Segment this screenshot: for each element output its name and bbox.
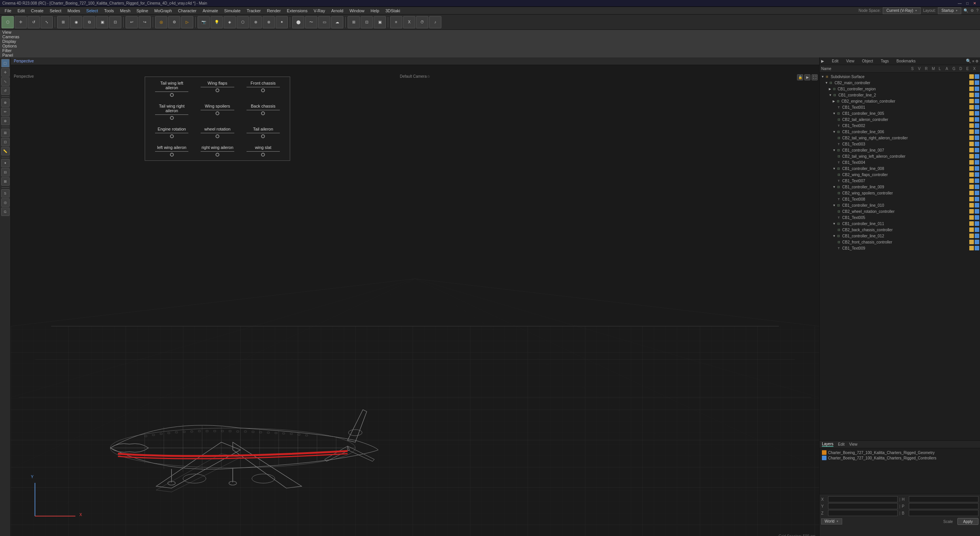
- sculpt-tool[interactable]: ◎: [1, 198, 10, 207]
- tree-item-tail-aileron-ctrl[interactable]: ⊡ CB2_tail_aileron_controller: [820, 116, 980, 123]
- polygon-button[interactable]: ⬡: [237, 16, 249, 28]
- x-input[interactable]: [828, 496, 898, 502]
- tree-item-text009[interactable]: T CB1_Text009: [820, 245, 980, 251]
- uv-mode-button[interactable]: ⊡: [109, 16, 121, 28]
- menu-mesh[interactable]: Mesh: [117, 7, 134, 15]
- tree-item-text003[interactable]: T CB1_Text003: [820, 141, 980, 147]
- rph-object[interactable]: Object: [862, 59, 873, 63]
- close-button[interactable]: ✕: [973, 1, 976, 5]
- tree-item-text007[interactable]: T CB1_Text007: [820, 178, 980, 184]
- edge-mode-button[interactable]: ⧉: [83, 16, 95, 28]
- scale-tool-button[interactable]: ⤡: [41, 16, 53, 28]
- display-menu[interactable]: Display: [0, 39, 980, 44]
- rph-edit[interactable]: Edit: [832, 59, 838, 63]
- paint-tool[interactable]: ✏: [1, 108, 10, 116]
- filter-menu[interactable]: Filter: [0, 48, 980, 53]
- menu-edit[interactable]: Edit: [15, 7, 28, 15]
- anim-mixer-button[interactable]: ♪: [429, 16, 441, 28]
- tree-item-ctrl-line005[interactable]: ▼ ⊡ CB1_controller_line_005: [820, 110, 980, 116]
- tree-vis-20[interactable]: [975, 197, 979, 201]
- maximize-button[interactable]: □: [966, 1, 969, 5]
- tree-vis-17[interactable]: [975, 178, 979, 183]
- tree-item-text004[interactable]: T CB1_Text004: [820, 159, 980, 165]
- tree-item-ctrl-line012[interactable]: ▼ ⊡ CB1_controller_line_012: [820, 233, 980, 239]
- timeline-button[interactable]: ⏱: [416, 16, 428, 28]
- select-all-button[interactable]: ⊞: [348, 16, 360, 28]
- tree-vis-8[interactable]: [975, 123, 979, 128]
- tree-vis-12[interactable]: [975, 148, 979, 152]
- move-tool-button[interactable]: ✛: [15, 16, 27, 28]
- tree-item-back-chassis-ctrl[interactable]: ⊡ CB2_back_chassis_controller: [820, 227, 980, 233]
- world-dropdown[interactable]: World: [821, 518, 842, 525]
- tree-vis-14[interactable]: [975, 160, 979, 165]
- tree-item-ctrl-line007[interactable]: ▼ ⊡ CB1_controller_line_007: [820, 147, 980, 153]
- bridge-tool[interactable]: ⊟: [1, 168, 10, 176]
- search-icon[interactable]: 🔍: [964, 8, 968, 13]
- menu-character[interactable]: Character: [175, 7, 199, 15]
- tree-vis-1[interactable]: [975, 80, 979, 85]
- tree-item-engine-rotation-ctrl[interactable]: ▶ ⊡ CB2_engine_rotation_controller: [820, 98, 980, 104]
- move-tool[interactable]: ✛: [1, 68, 10, 77]
- rect-select-button[interactable]: ▣: [374, 16, 386, 28]
- menu-mograph[interactable]: MoGraph: [151, 7, 175, 15]
- layer-controllers[interactable]: Charter_Boeing_727_100_Kalitta_Charters_…: [821, 455, 978, 461]
- tree-vis-3[interactable]: [975, 93, 979, 97]
- menu-file[interactable]: File: [2, 7, 15, 15]
- viewport-fullscreen-icon[interactable]: ⛶: [812, 74, 818, 80]
- magnet-tool[interactable]: ⊕: [1, 117, 10, 125]
- polygon-mode-button[interactable]: ▣: [96, 16, 108, 28]
- tree-item-ctrl-line006[interactable]: ▼ ⊡ CB1_controller_line_006: [820, 129, 980, 135]
- cameras-menu[interactable]: Cameras: [0, 34, 980, 39]
- node-space-dropdown[interactable]: Current (V-Ray): [883, 7, 921, 14]
- apply-button[interactable]: Apply: [957, 518, 978, 525]
- viewport-render-icon[interactable]: ▶: [804, 74, 810, 80]
- menu-create[interactable]: Create: [28, 7, 47, 15]
- rph-view[interactable]: View: [846, 59, 854, 63]
- tree-vis-25[interactable]: [975, 227, 979, 232]
- tree-item-ctrl-region[interactable]: ▶ ⊡ CB1_controller_region: [820, 86, 980, 92]
- h-input[interactable]: [909, 496, 978, 502]
- tree-item-tail-wing-right-ctrl[interactable]: ⊡ CB2_tail_wing_right_aileron_controller: [820, 135, 980, 141]
- menu-arnold[interactable]: Arnold: [328, 7, 346, 15]
- loop-sel[interactable]: ⊠: [1, 177, 10, 186]
- undo-button[interactable]: ↩: [126, 16, 138, 28]
- tree-vis-11[interactable]: [975, 142, 979, 146]
- rotate-tool-button[interactable]: ↺: [28, 16, 40, 28]
- tree-item-text001[interactable]: T CB1_Text001: [820, 104, 980, 110]
- tree-vis-15[interactable]: [975, 166, 979, 171]
- tree-vis-24[interactable]: [975, 221, 979, 226]
- menu-render[interactable]: Render: [264, 7, 284, 15]
- tree-item-subdivision[interactable]: ▼ ⊞ Subdivision Surface: [820, 74, 980, 80]
- tree-vis-6[interactable]: [975, 111, 979, 116]
- rph-tags[interactable]: Tags: [881, 59, 889, 63]
- menu-simulate[interactable]: Simulate: [221, 7, 244, 15]
- material-button[interactable]: ◈: [224, 16, 236, 28]
- deformer-button[interactable]: ⊗: [263, 16, 275, 28]
- render-view-button[interactable]: ◎: [155, 16, 167, 28]
- generator-button[interactable]: ⊕: [250, 16, 262, 28]
- xpresso-button[interactable]: X: [403, 16, 415, 28]
- tree-item-text008[interactable]: T CB1_Text008: [820, 196, 980, 202]
- tree-item-wing-flaps-ctrl[interactable]: ⊡ CB2_wing_flaps_controller: [820, 172, 980, 178]
- b-input[interactable]: [909, 510, 978, 516]
- tree-vis-18[interactable]: [975, 185, 979, 189]
- options-menu[interactable]: Options: [0, 44, 980, 48]
- tree-vis-5[interactable]: [975, 105, 979, 109]
- tree-vis-21[interactable]: [975, 203, 979, 208]
- settings-icon[interactable]: ⚙: [975, 59, 978, 63]
- tree-vis-27[interactable]: [975, 240, 979, 244]
- panel-menu[interactable]: Panel: [0, 53, 980, 57]
- p-input[interactable]: [909, 503, 978, 509]
- z-input[interactable]: [828, 510, 898, 516]
- menu-3dstaki[interactable]: 3DStaki: [382, 7, 403, 15]
- menu-animate[interactable]: Animate: [199, 7, 221, 15]
- snap-tool[interactable]: ⊞: [1, 129, 10, 137]
- tree-vis-10[interactable]: [975, 136, 979, 140]
- lasso-tool[interactable]: ⊗: [1, 98, 10, 107]
- tree-item-tail-wing-left-ctrl[interactable]: ⊡ CB2_tail_wing_left_aileron_controller: [820, 153, 980, 159]
- search-objects-icon[interactable]: 🔍: [966, 59, 971, 64]
- tree-item-ctrl-line009[interactable]: ▼ ⊡ CB1_controller_line_009: [820, 184, 980, 190]
- null-button[interactable]: ⬤: [292, 16, 304, 28]
- viewport-lock-icon[interactable]: 🔒: [797, 74, 803, 80]
- smooth-tool[interactable]: S: [1, 189, 10, 198]
